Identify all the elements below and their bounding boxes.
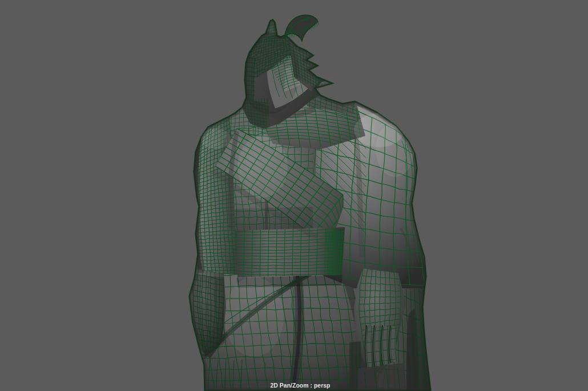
svg-text:2D Pan/Zoom : persp: 2D Pan/Zoom : persp xyxy=(270,382,330,389)
